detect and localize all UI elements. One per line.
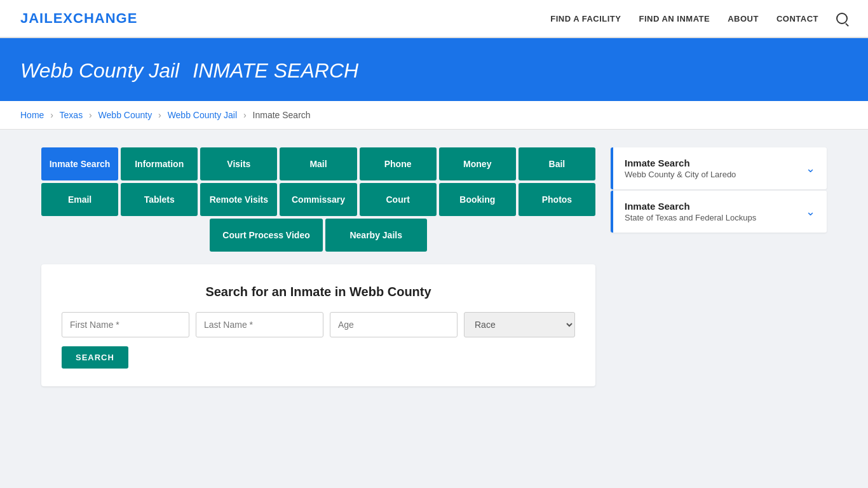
btn-booking[interactable]: Booking [439, 183, 516, 216]
btn-commissary[interactable]: Commissary [280, 183, 356, 216]
chevron-down-icon-1: ⌄ [806, 161, 815, 175]
btn-photos[interactable]: Photos [519, 183, 595, 216]
site-logo[interactable]: JAILEXCHANGE [20, 10, 137, 27]
btn-money[interactable]: Money [439, 147, 516, 180]
main-container: Inmate Search Information Visits Mail Ph… [21, 147, 847, 386]
breadcrumb-sep-1: › [50, 110, 53, 120]
breadcrumb: Home › Texas › Webb County › Webb County… [0, 101, 868, 130]
breadcrumb-webb-jail[interactable]: Webb County Jail [168, 110, 237, 120]
sidebar-card-2: Inmate Search State of Texas and Federal… [611, 191, 827, 233]
breadcrumb-sep-4: › [243, 110, 247, 120]
btn-inmate-search[interactable]: Inmate Search [41, 147, 118, 180]
nav-buttons-row1: Inmate Search Information Visits Mail Ph… [41, 147, 595, 180]
sidebar-card-1-title: Inmate Search Webb County & City of Lare… [625, 158, 806, 179]
page-title: Webb County Jail INMATE SEARCH [20, 56, 848, 83]
hero-banner: Webb County Jail INMATE SEARCH [0, 38, 868, 101]
btn-email[interactable]: Email [41, 183, 118, 216]
nav-find-facility[interactable]: FIND A FACILITY [550, 14, 621, 24]
search-form-row: Race White Black Hispanic Asian Other [62, 312, 575, 337]
btn-nearby-jails[interactable]: Nearby Jails [325, 219, 427, 252]
btn-remote-visits[interactable]: Remote Visits [200, 183, 277, 216]
search-form-container: Search for an Inmate in Webb County Race… [41, 264, 595, 386]
btn-court-process-video[interactable]: Court Process Video [210, 219, 322, 252]
nav-about[interactable]: ABOUT [728, 14, 759, 24]
nav-links: FIND A FACILITY FIND AN INMATE ABOUT CON… [550, 13, 848, 24]
btn-court[interactable]: Court [360, 183, 437, 216]
search-form-title: Search for an Inmate in Webb County [62, 285, 575, 299]
btn-tablets[interactable]: Tablets [121, 183, 198, 216]
hero-title-main: Webb County Jail [20, 59, 179, 82]
search-icon[interactable] [836, 13, 848, 24]
sidebar-card-1: Inmate Search Webb County & City of Lare… [611, 147, 827, 189]
sidebar-card-2-sub-title: State of Texas and Federal Lockups [625, 213, 806, 222]
nav-buttons-row3: Court Process Video Nearby Jails [41, 219, 595, 252]
nav-buttons-row2: Email Tablets Remote Visits Commissary C… [41, 183, 595, 216]
sidebar-card-1-main-title: Inmate Search [625, 158, 806, 168]
sidebar-card-1-header[interactable]: Inmate Search Webb County & City of Lare… [611, 147, 827, 189]
sidebar-card-2-title: Inmate Search State of Texas and Federal… [625, 201, 806, 222]
age-input[interactable] [330, 312, 458, 337]
btn-visits[interactable]: Visits [200, 147, 277, 180]
breadcrumb-current: Inmate Search [253, 110, 311, 120]
btn-mail[interactable]: Mail [280, 147, 356, 180]
logo-jail: JAIL [20, 10, 53, 26]
search-button[interactable]: SEARCH [62, 346, 128, 369]
left-column: Inmate Search Information Visits Mail Ph… [41, 147, 595, 386]
breadcrumb-sep-2: › [89, 110, 92, 120]
race-select[interactable]: Race White Black Hispanic Asian Other [464, 312, 575, 337]
sidebar-card-2-main-title: Inmate Search [625, 201, 806, 212]
logo-exchange: EXCHANGE [53, 10, 138, 26]
sidebar-card-2-header[interactable]: Inmate Search State of Texas and Federal… [611, 191, 827, 233]
breadcrumb-sep-3: › [158, 110, 161, 120]
right-column: Inmate Search Webb County & City of Lare… [611, 147, 827, 386]
btn-bail[interactable]: Bail [519, 147, 595, 180]
first-name-input[interactable] [62, 312, 189, 337]
chevron-down-icon-2: ⌄ [806, 205, 815, 219]
nav-contact[interactable]: CONTACT [776, 14, 818, 24]
breadcrumb-texas[interactable]: Texas [60, 110, 83, 120]
last-name-input[interactable] [196, 312, 323, 337]
nav-find-inmate[interactable]: FIND AN INMATE [639, 14, 710, 24]
sidebar-card-1-sub-title: Webb County & City of Laredo [625, 170, 806, 179]
hero-title-sub: INMATE SEARCH [193, 59, 358, 82]
breadcrumb-home[interactable]: Home [20, 110, 44, 120]
navbar: JAILEXCHANGE FIND A FACILITY FIND AN INM… [0, 0, 868, 38]
breadcrumb-webb-county[interactable]: Webb County [98, 110, 153, 120]
btn-information[interactable]: Information [121, 147, 198, 180]
btn-phone[interactable]: Phone [360, 147, 437, 180]
